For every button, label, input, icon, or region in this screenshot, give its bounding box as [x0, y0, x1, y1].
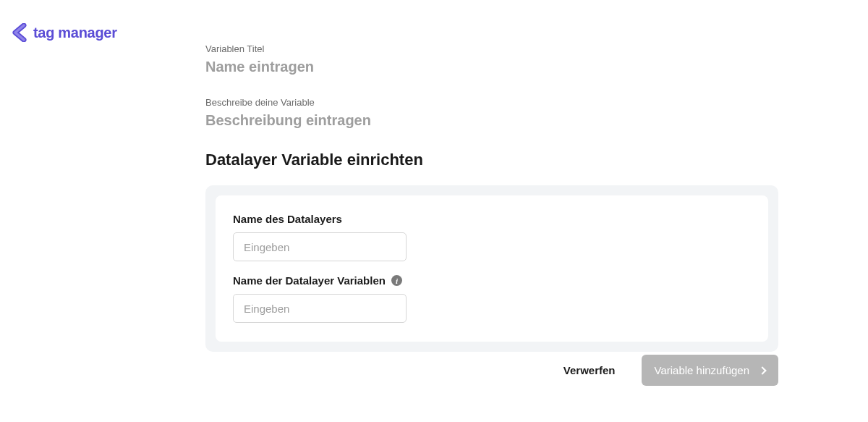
- datalayer-name-label: Name des Datalayers: [233, 213, 751, 225]
- main-form: Variablen Titel Name eintragen Beschreib…: [205, 43, 778, 352]
- variable-title-input[interactable]: Name eintragen: [205, 59, 778, 75]
- info-icon[interactable]: i: [391, 275, 402, 286]
- datalayer-name-input[interactable]: [233, 232, 407, 261]
- footer-actions: Verwerfen Variable hinzufügen: [205, 355, 778, 386]
- variable-title-label: Variablen Titel: [205, 43, 778, 54]
- discard-button[interactable]: Verwerfen: [558, 357, 621, 384]
- add-variable-button[interactable]: Variable hinzufügen: [642, 355, 778, 386]
- datalayer-var-label: Name der Datalayer Variablen i: [233, 274, 751, 287]
- section-heading: Datalayer Variable einrichten: [205, 151, 778, 169]
- tagmanager-logo-icon: [10, 23, 29, 42]
- app-logo[interactable]: tag manager: [10, 23, 117, 42]
- chevron-right-icon: [758, 366, 766, 374]
- config-panel-inner: Name des Datalayers Name der Datalayer V…: [216, 195, 768, 342]
- variable-desc-label: Beschreibe deine Variable: [205, 97, 778, 108]
- app-logo-text: tag manager: [33, 25, 117, 41]
- config-panel: Name des Datalayers Name der Datalayer V…: [205, 185, 778, 352]
- add-variable-button-label: Variable hinzufügen: [655, 364, 749, 376]
- datalayer-var-input[interactable]: [233, 294, 407, 323]
- variable-desc-input[interactable]: Beschreibung eintragen: [205, 112, 778, 129]
